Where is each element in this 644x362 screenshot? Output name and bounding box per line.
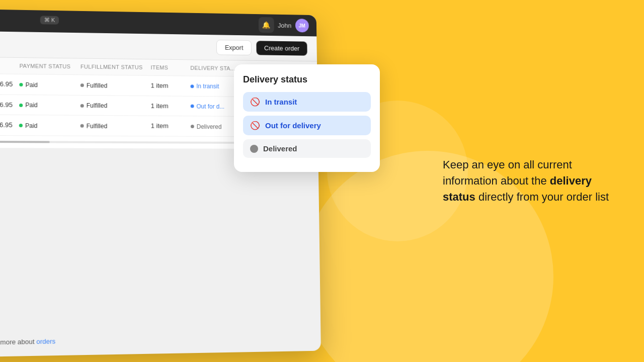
delivery-label: Out for d... [196,103,224,110]
cell-payment: Paid [19,80,80,89]
delivery-dot [191,84,194,88]
delivery-label: In transit [196,83,219,90]
user-name: John [278,22,291,29]
payment-label: Paid [25,102,38,109]
cell-items: 1 item [151,122,191,130]
app-footer: Learn more about orders [0,337,55,346]
fulfillment-label: Fulfilled [87,82,107,89]
create-order-button[interactable]: Create order [256,41,307,55]
cell-total: SFr. 716.95 [0,121,19,129]
cell-fulfillment: Fulfilled [80,122,151,130]
cell-items: 1 item [151,102,191,110]
orders-link[interactable]: orders [36,337,55,345]
cell-total: SFr. 766.95 [0,101,19,109]
delivery-option-delivered[interactable]: Delivered [243,139,371,158]
fulfillment-label: Fulfilled [87,102,108,109]
payment-label: Paid [26,81,38,88]
in-transit-label: In transit [265,98,297,106]
app-toolbar: Export Create order [0,31,317,62]
export-button[interactable]: Export [216,40,252,55]
cell-payment: Paid [19,121,80,129]
app-window: ⌘ K 🔔 John JM Export Create order Total … [0,9,321,357]
col-header-payment: Payment status [20,63,80,69]
fulfilled-dot [80,83,84,87]
promo-panel: Keep an eye on all current information a… [443,157,614,205]
user-avatar[interactable]: JM [295,19,309,32]
delivery-dot [191,125,194,128]
scrollbar-thumb[interactable] [0,140,50,143]
fulfilled-dot [80,104,84,107]
delivery-status-popup: Delivery status 🚫 In transit 🚫 Out for d… [234,64,380,172]
fulfilled-dot [80,124,84,128]
popup-title: Delivery status [243,74,371,85]
delivered-dot-icon [250,145,258,153]
delivered-label: Delivered [263,144,297,153]
paid-dot [19,103,23,107]
paid-dot [19,83,23,86]
in-transit-icon: 🚫 [250,97,260,107]
cell-total: SFr. 646.95 [0,80,19,88]
cell-payment: Paid [19,101,80,109]
col-header-fulfillment: Fulfillment status [80,63,151,70]
cell-fulfillment: Fulfilled [80,101,151,109]
out-for-delivery-label: Out for delivery [265,121,321,130]
bell-icon[interactable]: 🔔 [259,17,274,33]
delivery-option-out-for-delivery[interactable]: 🚫 Out for delivery [243,116,371,135]
delivery-option-in-transit[interactable]: 🚫 In transit [243,92,371,112]
cell-fulfillment: Fulfilled [80,81,151,89]
delivery-label: Delivered [197,123,222,130]
fulfillment-label: Fulfilled [87,122,108,129]
col-header-items: Items [150,64,190,71]
col-header-total: Total [0,62,20,69]
keyboard-shortcut: ⌘ K [40,16,59,24]
paid-dot [19,124,23,127]
out-for-delivery-icon: 🚫 [250,121,260,130]
titlebar-right: 🔔 John JM [259,17,309,33]
cell-items: 1 item [151,82,191,90]
footer-text: Learn more about [0,338,36,346]
delivery-dot [191,105,194,108]
promo-text-after: directly from your order list [475,191,609,203]
payment-label: Paid [25,122,38,129]
promo-text: Keep an eye on all current information a… [443,157,614,205]
